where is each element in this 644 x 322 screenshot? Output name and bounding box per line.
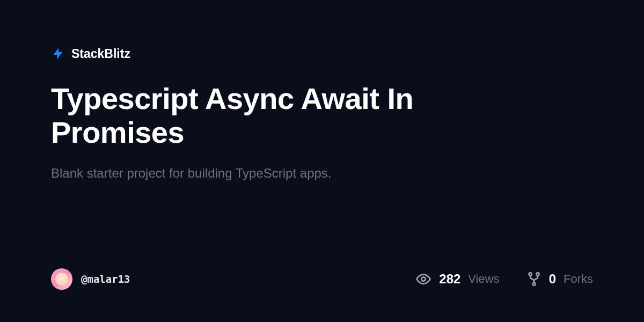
avatar [51, 268, 72, 290]
author-username: @malar13 [81, 273, 130, 285]
svg-point-1 [529, 273, 531, 275]
eye-icon [415, 271, 431, 287]
svg-point-0 [422, 277, 426, 281]
views-count: 282 [439, 272, 460, 287]
forks-label: Forks [564, 272, 593, 286]
views-stat: 282 Views [415, 271, 499, 287]
forks-count: 0 [549, 272, 556, 287]
author-block: @malar13 [51, 268, 130, 290]
card-container: StackBlitz Typescript Async Await In Pro… [0, 0, 644, 322]
brand-row: StackBlitz [51, 46, 593, 62]
brand-name: StackBlitz [71, 47, 130, 61]
forks-stat: 0 Forks [526, 272, 593, 287]
svg-point-2 [536, 273, 539, 275]
project-description: Blank starter project for building TypeS… [51, 164, 593, 182]
project-title: Typescript Async Await In Promises [51, 82, 534, 149]
fork-icon [526, 272, 541, 287]
footer-row: @malar13 282 Views [51, 268, 593, 290]
bolt-icon [51, 46, 65, 62]
svg-point-3 [532, 283, 535, 286]
stats-block: 282 Views 0 Forks [415, 271, 593, 287]
views-label: Views [468, 272, 499, 286]
